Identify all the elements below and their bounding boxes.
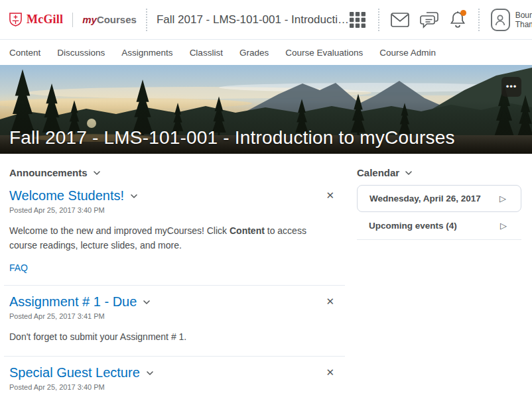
announcement-body: Welcome to the new and improved myCourse… bbox=[9, 224, 345, 253]
nav-discussions[interactable]: Discussions bbox=[57, 48, 105, 58]
chevron-right-icon: ▷ bbox=[499, 194, 506, 203]
announcement-title-welcome-students[interactable]: Welcome Students! bbox=[9, 188, 137, 203]
nav-assignments[interactable]: Assignments bbox=[121, 48, 172, 58]
announcement-title-special-guest-lecture[interactable]: Special Guest Lecture bbox=[9, 365, 153, 380]
banner-course-title: Fall 2017 - LMS-101-001 - Introduction t… bbox=[9, 127, 455, 148]
chat-icon[interactable] bbox=[419, 9, 439, 30]
user-name: Bounmy Thammavong bbox=[515, 11, 532, 29]
course-selector-grid-icon[interactable] bbox=[349, 9, 367, 30]
upcoming-events-label: Upcoming events (4) bbox=[369, 221, 457, 231]
calendar-widget: Calendar Wednesday, April 26, 2017 ▷ Upc… bbox=[357, 162, 521, 401]
announcement-posted-date: Posted Apr 25, 2017 3:41 PM bbox=[9, 312, 345, 320]
course-selector-title[interactable]: Fall 2017 - LMS-101-001 - Introducti… bbox=[157, 13, 349, 27]
notification-bell-icon[interactable] bbox=[449, 9, 467, 30]
chevron-down-icon bbox=[94, 171, 100, 175]
banner-more-options-button[interactable]: ••• bbox=[501, 77, 521, 97]
dismiss-announcement-icon[interactable]: ✕ bbox=[323, 365, 337, 380]
chevron-down-icon bbox=[131, 194, 137, 198]
announcement-item: Special Guest Lecture ✕ Posted Apr 25, 2… bbox=[4, 357, 345, 401]
header-actions: Bounmy Thammavong ⚙ bbox=[349, 9, 532, 31]
calendar-date-label: Wednesday, April 26, 2017 bbox=[369, 194, 481, 203]
notification-badge-dot bbox=[460, 10, 466, 16]
nav-content[interactable]: Content bbox=[9, 48, 40, 58]
nav-classlist[interactable]: Classlist bbox=[190, 48, 223, 58]
mycourses-wordmark: myCourses bbox=[82, 14, 137, 26]
announcement-item: Assignment # 1 - Due ✕ Posted Apr 25, 20… bbox=[4, 286, 345, 357]
email-icon[interactable] bbox=[391, 9, 409, 30]
user-menu[interactable]: Bounmy Thammavong bbox=[491, 9, 532, 31]
dismiss-announcement-icon[interactable]: ✕ bbox=[323, 294, 337, 310]
chevron-down-icon bbox=[147, 371, 153, 375]
header-dotted-divider bbox=[146, 9, 147, 31]
announcement-posted-date: Posted Apr 25, 2017 3:40 PM bbox=[9, 383, 345, 391]
nav-grades[interactable]: Grades bbox=[239, 48, 269, 58]
nav-course-admin[interactable]: Course Admin bbox=[379, 48, 436, 58]
calendar-heading[interactable]: Calendar bbox=[357, 162, 521, 180]
announcements-widget: Announcements Welcome Students! ✕ Posted… bbox=[9, 162, 345, 401]
announcement-posted-date: Posted Apr 25, 2017 3:40 PM bbox=[9, 206, 345, 214]
nav-course-evaluations[interactable]: Course Evaluations bbox=[285, 48, 363, 58]
header-dotted-divider bbox=[478, 9, 480, 31]
faq-link[interactable]: FAQ bbox=[9, 262, 28, 273]
mcgill-crest-icon bbox=[9, 13, 22, 27]
chevron-right-icon: ▷ bbox=[500, 221, 507, 231]
mycourses-home-link[interactable]: McGill myCourses bbox=[9, 13, 137, 27]
announcement-title-assignment-1-due[interactable]: Assignment # 1 - Due bbox=[9, 294, 150, 310]
mcgill-wordmark: McGill bbox=[27, 13, 63, 27]
announcement-body: Don't forget to submit your Assignment #… bbox=[9, 330, 345, 345]
brand-divider bbox=[72, 13, 73, 27]
chevron-down-icon bbox=[143, 300, 150, 304]
chevron-down-icon bbox=[405, 171, 412, 175]
course-navbar: Content Discussions Assignments Classlis… bbox=[0, 40, 532, 65]
course-banner: ••• Fall 2017 - LMS-101-001 - Introducti… bbox=[0, 65, 532, 154]
calendar-date-card[interactable]: Wednesday, April 26, 2017 ▷ bbox=[357, 185, 521, 212]
announcements-heading[interactable]: Announcements bbox=[9, 162, 345, 180]
top-header: McGill myCourses Fall 2017 - LMS-101-001… bbox=[0, 0, 532, 40]
dismiss-announcement-icon[interactable]: ✕ bbox=[323, 188, 337, 203]
header-dotted-divider bbox=[378, 9, 379, 31]
upcoming-events-row[interactable]: Upcoming events (4) ▷ bbox=[357, 212, 521, 240]
avatar bbox=[491, 9, 510, 31]
homepage-content: Announcements Welcome Students! ✕ Posted… bbox=[0, 154, 532, 401]
announcement-item: Welcome Students! ✕ Posted Apr 25, 2017 … bbox=[4, 180, 345, 286]
